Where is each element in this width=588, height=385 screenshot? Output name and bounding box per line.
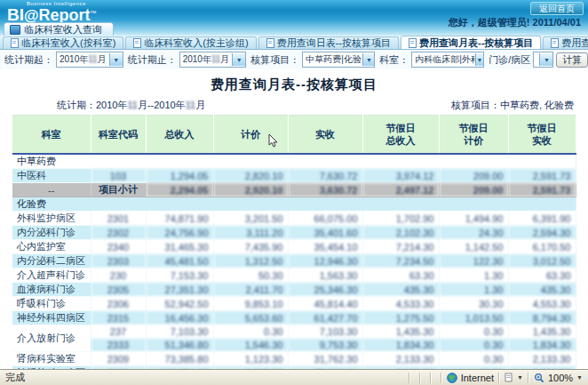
book-icon (10, 25, 20, 35)
period-start-select[interactable]: 2010年11月 ▼ (56, 52, 123, 68)
dept-code-cell: 237 (91, 325, 146, 339)
dept-name-cell: 心内监护室 (12, 240, 91, 254)
tab-income-by-group[interactable]: 临床科室收入(按主诊组) (125, 36, 256, 49)
value-cell: 45,814.40 (288, 297, 362, 311)
value-cell: 1,435.30 (508, 325, 576, 339)
value-cell: 1,142.50 (439, 240, 508, 254)
dept-name-cell: 介入超声科门诊 (12, 269, 91, 283)
chevron-down-icon[interactable]: ▼ (362, 53, 374, 66)
value-cell: 0.30 (213, 325, 288, 339)
chevron-down-icon[interactable]: ▼ (109, 53, 123, 66)
tab-income-by-dept[interactable]: 临床科室收入(按科室) (3, 36, 123, 49)
zoom-control[interactable]: 100% ▼ (534, 373, 583, 383)
magnifier-icon (534, 373, 544, 383)
value-cell: 16,456.30 (146, 311, 213, 325)
internet-zone: Internet (447, 373, 494, 383)
meta-period: 统计期：2010年11月--2010年11月 (57, 99, 205, 112)
value-cell: 63.30 (508, 269, 576, 283)
value-cell: 1,435.30 (362, 325, 439, 339)
browser-status-bar: 完成 Internet ▼ (0, 369, 588, 385)
period-end-label: 统计期止： (128, 53, 177, 67)
chevron-down-icon[interactable]: ▼ (475, 53, 484, 66)
value-cell: 2,133.30 (508, 352, 576, 366)
table-row: 介入放射门诊2377,103.300.307,103.301,435.300.3… (12, 325, 576, 339)
page-icon (11, 38, 19, 48)
chevron-down-icon[interactable]: ▼ (232, 53, 245, 66)
dept-code-cell: 2340 (91, 240, 146, 254)
value-cell: 1,702.90 (362, 212, 439, 226)
value-cell: 63.30 (362, 269, 439, 283)
group-row: 化验费 (12, 197, 576, 212)
value-cell: 7,153.30 (146, 269, 213, 283)
dept-name-cell: 内分泌科二病区 (12, 254, 91, 269)
value-cell: 27,351.30 (146, 283, 213, 297)
value-cell: 1,834.30 (362, 339, 439, 352)
value-cell: 30.30 (439, 297, 508, 311)
table-row: 神经外科四病区231516,456.305,653.6061,427.701,2… (12, 311, 576, 325)
group-label: 中草药费 (12, 154, 576, 169)
value-cell: 1,312.50 (213, 254, 288, 269)
dept-code-cell: 2309 (91, 352, 146, 366)
value-cell: 435.30 (362, 283, 439, 297)
value-cell: 4,533.30 (362, 297, 439, 311)
chevron-down-icon[interactable]: ▼ (539, 53, 552, 66)
period-end-select[interactable]: 2010年11月 ▼ (179, 52, 247, 68)
report-meta: 统计期：2010年11月--2010年11月 核算项目：中草药费, 化验费 (0, 97, 588, 115)
page-icon (133, 38, 141, 48)
col-holiday-priced: 节假日 计价 (439, 116, 508, 155)
dept-name-cell: 中医科 (12, 169, 91, 183)
value-cell: 209.00 (439, 169, 508, 183)
col-dept-code: 科室代码 (91, 116, 146, 155)
chevron-down-icon: ▼ (576, 374, 583, 381)
value-cell: 25,346.30 (288, 283, 362, 297)
dept-code-cell: 2301 (91, 212, 146, 226)
mouse-cursor-icon (268, 134, 279, 148)
page-icon (409, 38, 417, 48)
value-cell: 2,594.30 (508, 226, 576, 240)
report-table-body: 中草药费中医科1031,294.052,820.107,630.723,974.… (12, 154, 576, 381)
module-tab-income-query[interactable]: 临床科室收入查询 (4, 22, 114, 36)
item-select[interactable]: 中草药费|化验费 ▼ (302, 52, 375, 68)
table-row: 心内监护室234031,465.307,435.9035,454.107,214… (12, 240, 576, 254)
return-home-button[interactable]: 返回首页 (530, 2, 584, 15)
table-row: 内分泌科二病区230345,481.501,312.5012,946.307,2… (12, 254, 576, 269)
table-row: 内分泌科门诊230224,756.903,111.2035,401.602,10… (12, 226, 576, 240)
dept-select[interactable]: 内科临床部|外科临床部 ▼ (411, 52, 484, 68)
page-title: 费用查询月表--按核算项目 (0, 69, 588, 97)
tab-daily-by-item[interactable]: 费用查询日表--按核算项目 (258, 36, 399, 49)
value-cell: 3,974.12 (362, 169, 439, 183)
table-row: 233351,346.801,546.309,753.301,834.300.3… (12, 339, 576, 352)
value-cell: 45,481.50 (146, 254, 213, 269)
value-cell: 61,427.70 (288, 311, 362, 325)
value-cell: 35,454.10 (288, 240, 362, 254)
value-cell: 209.00 (439, 183, 508, 197)
table-row: 肾病科实验室230973,385.801,123.3031,762.302,13… (12, 352, 576, 366)
report-table-wrap: 科室 科室代码 总收入 计价 实收 节假日 总收入 节假日 计价 节假日 实收 … (12, 115, 576, 381)
table-row: 呼吸科门诊230652,942.509,853.1045,814.404,533… (12, 297, 576, 311)
value-cell: 35,401.60 (288, 226, 362, 240)
value-cell: 74,871.90 (146, 212, 213, 226)
dept-name-cell: 外科监护病区 (12, 212, 91, 226)
value-cell: 2,102.30 (362, 226, 439, 240)
value-cell: 2,591.73 (508, 169, 576, 183)
value-cell: 2,920.10 (213, 183, 288, 197)
dept-name-cell: 介入放射门诊 (12, 325, 91, 352)
value-cell: 0.30 (439, 325, 508, 339)
calculate-button[interactable]: 计算 (556, 52, 588, 68)
value-cell: 435.30 (508, 283, 576, 297)
tab-monthly-by-item[interactable]: 费用查询月表--按核算项目 (401, 36, 541, 49)
report-table: 科室 科室代码 总收入 计价 实收 节假日 总收入 节假日 计价 节假日 实收 … (12, 115, 576, 381)
tab-monthly-by-dept[interactable]: 费用查询月表--按科室 (543, 36, 588, 49)
page-icon (266, 38, 274, 48)
meta-item: 核算项目：中草药费, 化验费 (451, 99, 574, 112)
value-cell: 2,411.70 (213, 283, 288, 297)
value-cell: 1,494.90 (439, 212, 508, 226)
dept-name-cell: 肾病科实验室 (12, 352, 91, 366)
value-cell: 9,753.30 (288, 339, 362, 352)
value-cell: 1,294.05 (146, 169, 213, 183)
value-cell: 1,123.30 (213, 352, 288, 366)
period-start-label: 统计期起： (4, 53, 53, 67)
value-cell: 1.30 (439, 283, 508, 297)
area-select[interactable]: ▼ (533, 52, 553, 68)
protected-mode-control[interactable]: ▼ (505, 373, 523, 382)
